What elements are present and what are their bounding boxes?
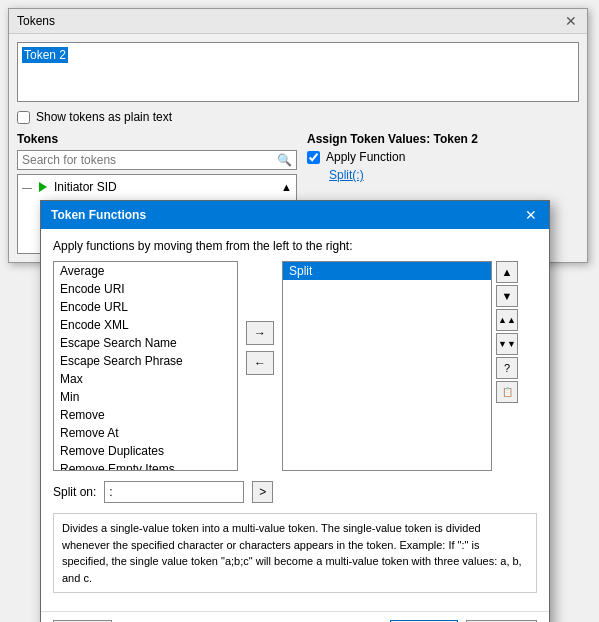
show-plain-text-checkbox[interactable]	[17, 111, 30, 124]
selected-function-item[interactable]: Split	[283, 262, 491, 280]
functions-area: AverageEncode URIEncode URLEncode XMLEsc…	[53, 261, 537, 471]
split-on-row: Split on: >	[53, 481, 537, 503]
apply-function-row: Apply Function	[307, 150, 579, 164]
arrow-buttons: → ←	[246, 261, 274, 375]
show-plain-text-label: Show tokens as plain text	[36, 110, 172, 124]
functions-list-item[interactable]: Average	[54, 262, 237, 280]
functions-list[interactable]: AverageEncode URIEncode URLEncode XMLEsc…	[53, 261, 238, 471]
functions-list-item[interactable]: Remove Duplicates	[54, 442, 237, 460]
tree-item-label[interactable]: Initiator SID	[54, 180, 117, 194]
split-on-btn[interactable]: >	[252, 481, 273, 503]
split-on-label: Split on:	[53, 485, 96, 499]
functions-list-item[interactable]: Escape Search Name	[54, 334, 237, 352]
dialog-description: Apply functions by moving them from the …	[53, 239, 537, 253]
token-item[interactable]: Token 2	[22, 47, 68, 63]
dialog-footer: Help OK Cancel	[41, 611, 549, 622]
assign-label: Assign Token Values: Token 2	[307, 132, 579, 146]
tokens-title: Tokens	[17, 14, 55, 28]
functions-list-item[interactable]: Encode URL	[54, 298, 237, 316]
function-link[interactable]: Split(:)	[329, 168, 364, 182]
tree-expand-icon: —	[22, 182, 32, 193]
dialog-body: Apply functions by moving them from the …	[41, 229, 549, 603]
move-right-btn[interactable]: →	[246, 321, 274, 345]
functions-list-item[interactable]: Encode XML	[54, 316, 237, 334]
dialog-titlebar: Token Functions ✕	[41, 201, 549, 229]
token-list-box[interactable]: Token 2	[17, 42, 579, 102]
search-box[interactable]: 🔍	[17, 150, 297, 170]
tokens-titlebar: Tokens ✕	[9, 9, 587, 34]
help-icon-btn[interactable]: ?	[496, 357, 518, 379]
move-left-btn[interactable]: ←	[246, 351, 274, 375]
tokens-section-label: Tokens	[17, 132, 297, 146]
tree-collapse-icon: ▲	[281, 181, 292, 193]
tree-play-icon	[36, 180, 50, 194]
copy-btn[interactable]: 📋	[496, 381, 518, 403]
show-plain-text-row: Show tokens as plain text	[17, 110, 579, 124]
scroll-top-btn[interactable]: ▲▲	[496, 309, 518, 331]
functions-list-item[interactable]: Min	[54, 388, 237, 406]
functions-list-item[interactable]: Remove Empty Items	[54, 460, 237, 471]
search-input[interactable]	[22, 153, 277, 167]
right-scroll-buttons: ▲ ▼ ▲▲ ▼▼ ? 📋	[496, 261, 518, 471]
dialog-info-box: Divides a single-value token into a mult…	[53, 513, 537, 593]
info-text: Divides a single-value token into a mult…	[62, 522, 522, 584]
functions-list-item[interactable]: Remove At	[54, 424, 237, 442]
split-on-input[interactable]	[104, 481, 244, 503]
functions-list-item[interactable]: Max	[54, 370, 237, 388]
functions-list-item[interactable]: Escape Search Phrase	[54, 352, 237, 370]
tokens-window-close-btn[interactable]: ✕	[563, 13, 579, 29]
scroll-down-btn[interactable]: ▼	[496, 285, 518, 307]
token-functions-dialog: Token Functions ✕ Apply functions by mov…	[40, 200, 550, 622]
function-link-row: Split(:)	[307, 168, 579, 182]
dialog-close-btn[interactable]: ✕	[523, 207, 539, 223]
right-and-scroll: Split ▲ ▼ ▲▲ ▼▼ ? 📋	[282, 261, 518, 471]
functions-list-item[interactable]: Remove	[54, 406, 237, 424]
apply-function-label: Apply Function	[326, 150, 405, 164]
tree-item[interactable]: — Initiator SID ▲	[22, 179, 292, 195]
apply-function-checkbox[interactable]	[307, 151, 320, 164]
dialog-title: Token Functions	[51, 208, 146, 222]
functions-list-item[interactable]: Encode URI	[54, 280, 237, 298]
scroll-up-btn[interactable]: ▲	[496, 261, 518, 283]
search-icon: 🔍	[277, 153, 292, 167]
scroll-bottom-btn[interactable]: ▼▼	[496, 333, 518, 355]
selected-functions-list[interactable]: Split	[282, 261, 492, 471]
